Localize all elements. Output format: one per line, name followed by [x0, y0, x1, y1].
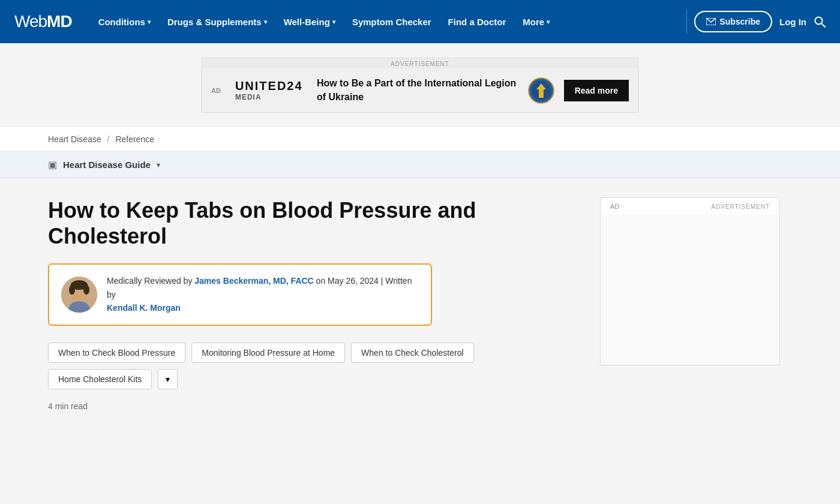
- search-button[interactable]: [814, 16, 826, 28]
- tag-cholesterol-check[interactable]: When to Check Cholesterol: [351, 343, 473, 363]
- author-info: Medically Reviewed by James Beckerman, M…: [107, 274, 419, 314]
- more-chevron-icon: ▾: [547, 19, 550, 25]
- medically-reviewed-label: Medically Reviewed by: [107, 276, 194, 286]
- ad-logo: UNITED24 MEDIA: [235, 79, 307, 101]
- author-avatar-image: [61, 277, 97, 313]
- breadcrumb: Heart Disease / Reference: [0, 127, 840, 151]
- nav-item-find-doctor[interactable]: Find a Doctor: [441, 12, 514, 32]
- main-area: How to Keep Tabs on Blood Pressure and C…: [0, 178, 840, 430]
- guide-bar[interactable]: ▣ Heart Disease Guide ▾: [0, 151, 840, 178]
- search-icon: [814, 16, 826, 28]
- nav-item-drugs[interactable]: Drugs & Supplements ▾: [160, 12, 274, 32]
- breadcrumb-link-heart-disease[interactable]: Heart Disease: [48, 134, 101, 144]
- nav-links: Conditions ▾ Drugs & Supplements ▾ Well-…: [91, 12, 680, 32]
- ad-side-label: AD: [211, 87, 226, 94]
- subscribe-button[interactable]: Subscribe: [694, 11, 772, 32]
- tag-home-cholesterol-kits[interactable]: Home Cholesterol Kits: [48, 369, 152, 389]
- mail-icon: [706, 18, 716, 25]
- svg-line-2: [821, 23, 825, 27]
- page-content: ADVERTISEMENT AD UNITED24 MEDIA How to B…: [0, 43, 840, 504]
- ukraine-emblem-icon: [528, 77, 554, 104]
- svg-point-10: [83, 285, 89, 295]
- nav-divider: [686, 10, 687, 34]
- ad-banner-area: ADVERTISEMENT AD UNITED24 MEDIA How to B…: [0, 43, 840, 127]
- wellbeing-chevron-icon: ▾: [332, 19, 335, 25]
- avatar: [61, 277, 97, 313]
- review-date: on May 26, 2024: [316, 276, 379, 286]
- nav-item-more[interactable]: More ▾: [515, 12, 557, 32]
- breadcrumb-link-reference[interactable]: Reference: [115, 134, 154, 144]
- logo[interactable]: WebMD: [14, 12, 72, 31]
- advertisement-label: ADVERTISEMENT: [202, 58, 638, 68]
- breadcrumb-separator: /: [107, 134, 110, 144]
- logo-web: Web: [14, 12, 47, 31]
- read-more-button[interactable]: Read more: [564, 80, 629, 101]
- guide-chevron-icon[interactable]: ▾: [157, 161, 160, 169]
- drugs-chevron-icon: ▾: [264, 19, 267, 25]
- read-time: 4 min read: [48, 401, 576, 411]
- article-section: How to Keep Tabs on Blood Pressure and C…: [48, 197, 576, 411]
- nav-actions: Subscribe Log In: [694, 11, 826, 32]
- guide-title: Heart Disease Guide: [63, 160, 151, 170]
- sidebar-section: AD ADVERTISEMENT: [600, 197, 780, 411]
- sidebar-ad-label: AD: [605, 200, 624, 212]
- article-title: How to Keep Tabs on Blood Pressure and C…: [48, 197, 576, 249]
- tag-monitoring-blood-pressure[interactable]: Monitoring Blood Pressure at Home: [191, 343, 345, 363]
- login-button[interactable]: Log In: [779, 17, 806, 27]
- reviewer-link[interactable]: James Beckerman, MD, FACC: [194, 276, 313, 286]
- sidebar-ad-placeholder: [601, 215, 779, 365]
- topic-tags: When to Check Blood Pressure Monitoring …: [48, 343, 576, 389]
- sidebar-ad: AD ADVERTISEMENT: [600, 197, 780, 365]
- guide-book-icon: ▣: [48, 159, 57, 170]
- logo-md: MD: [47, 12, 72, 31]
- nav-item-symptom-checker[interactable]: Symptom Checker: [345, 12, 439, 32]
- ad-logo-sub: MEDIA: [235, 93, 262, 101]
- ad-content: AD UNITED24 MEDIA How to Be a Part of th…: [202, 68, 638, 112]
- tag-blood-pressure-check[interactable]: When to Check Blood Pressure: [48, 343, 185, 363]
- svg-point-9: [69, 285, 75, 295]
- conditions-chevron-icon: ▾: [148, 19, 151, 25]
- author-link[interactable]: Kendall K. Morgan: [107, 303, 181, 313]
- advertisement-block: ADVERTISEMENT AD UNITED24 MEDIA How to B…: [201, 58, 639, 113]
- ad-text: How to Be a Part of the International Le…: [317, 77, 518, 104]
- navbar: WebMD Conditions ▾ Drugs & Supplements ▾…: [0, 0, 840, 43]
- more-tags-chevron-icon: ▾: [166, 374, 170, 384]
- author-box: Medically Reviewed by James Beckerman, M…: [48, 263, 432, 325]
- ad-logo-text: UNITED24: [235, 79, 303, 93]
- more-tags-button[interactable]: ▾: [158, 369, 178, 389]
- nav-item-conditions[interactable]: Conditions ▾: [91, 12, 158, 32]
- nav-item-wellbeing[interactable]: Well-Being ▾: [277, 12, 343, 32]
- sidebar-advertisement-label: ADVERTISEMENT: [706, 201, 775, 212]
